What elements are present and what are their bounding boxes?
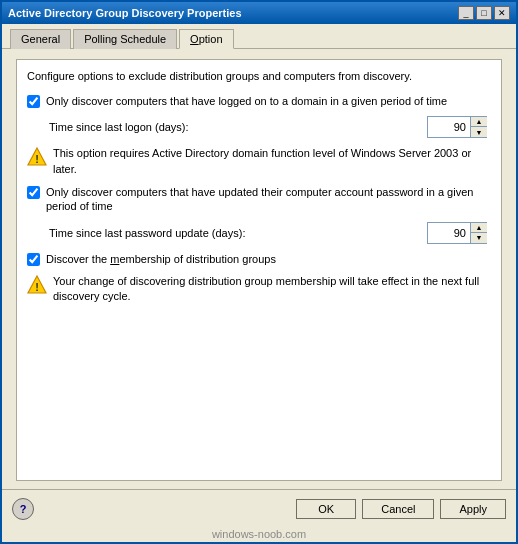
checkbox-membership[interactable]: [27, 253, 40, 266]
option-row-1: Only discover computers that have logged…: [27, 94, 491, 108]
tab-polling-label: Polling Schedule: [84, 33, 166, 45]
main-window: Active Directory Group Discovery Propert…: [0, 0, 518, 544]
password-time-row: Time since last password update (days): …: [49, 222, 491, 244]
logon-increment-button[interactable]: ▲: [471, 117, 487, 127]
minimize-button[interactable]: _: [458, 6, 474, 20]
password-days-input[interactable]: [428, 226, 470, 240]
maximize-button[interactable]: □: [476, 6, 492, 20]
warning-block-1: ! This option requires Active Directory …: [27, 146, 491, 177]
password-increment-button[interactable]: ▲: [471, 223, 487, 233]
watermark: windows-noob.com: [2, 528, 516, 542]
logon-time-label: Time since last logon (days):: [49, 121, 189, 133]
warning-text-1: This option requires Active Directory do…: [53, 146, 491, 177]
checkbox-logon-label: Only discover computers that have logged…: [46, 94, 447, 108]
cancel-button[interactable]: Cancel: [362, 499, 434, 519]
logon-days-input[interactable]: [428, 120, 470, 134]
warning-icon-2: !: [27, 275, 47, 295]
option-row-3: Discover the membership of distribution …: [27, 252, 491, 266]
title-bar-controls: _ □ ✕: [458, 6, 510, 20]
ok-button[interactable]: OK: [296, 499, 356, 519]
window-title: Active Directory Group Discovery Propert…: [8, 7, 242, 19]
password-decrement-button[interactable]: ▼: [471, 233, 487, 243]
logon-indent: Time since last logon (days): ▲ ▼: [27, 116, 491, 138]
logon-spinner-btns: ▲ ▼: [470, 117, 487, 137]
svg-text:!: !: [35, 153, 39, 165]
logon-time-row: Time since last logon (days): ▲ ▼: [49, 116, 491, 138]
tabs-bar: General Polling Schedule Option: [2, 24, 516, 49]
checkbox-password[interactable]: [27, 186, 40, 199]
password-indent: Time since last password update (days): …: [27, 222, 491, 244]
footer: ? OK Cancel Apply: [2, 489, 516, 528]
password-time-label: Time since last password update (days):: [49, 227, 245, 239]
password-spinner: ▲ ▼: [427, 222, 487, 244]
title-bar: Active Directory Group Discovery Propert…: [2, 2, 516, 24]
content-area: Configure options to exclude distributio…: [2, 49, 516, 489]
inner-panel: Configure options to exclude distributio…: [16, 59, 502, 481]
password-spinner-btns: ▲ ▼: [470, 223, 487, 243]
warning-block-2: ! Your change of discovering distributio…: [27, 274, 491, 305]
svg-text:!: !: [35, 280, 39, 292]
tab-general[interactable]: General: [10, 29, 71, 49]
help-button[interactable]: ?: [12, 498, 34, 520]
footer-buttons: OK Cancel Apply: [296, 499, 506, 519]
tab-general-label: General: [21, 33, 60, 45]
tab-polling-schedule[interactable]: Polling Schedule: [73, 29, 177, 49]
checkbox-logon[interactable]: [27, 95, 40, 108]
logon-spinner: ▲ ▼: [427, 116, 487, 138]
warning-text-2: Your change of discovering distribution …: [53, 274, 491, 305]
option-row-2: Only discover computers that have update…: [27, 185, 491, 214]
tab-option[interactable]: Option: [179, 29, 233, 49]
checkbox-membership-label: Discover the membership of distribution …: [46, 252, 276, 266]
close-button[interactable]: ✕: [494, 6, 510, 20]
logon-decrement-button[interactable]: ▼: [471, 127, 487, 137]
checkbox-password-label: Only discover computers that have update…: [46, 185, 491, 214]
warning-icon-1: !: [27, 147, 47, 167]
tab-option-label: Option: [190, 33, 222, 45]
description-text: Configure options to exclude distributio…: [27, 70, 491, 82]
apply-button[interactable]: Apply: [440, 499, 506, 519]
